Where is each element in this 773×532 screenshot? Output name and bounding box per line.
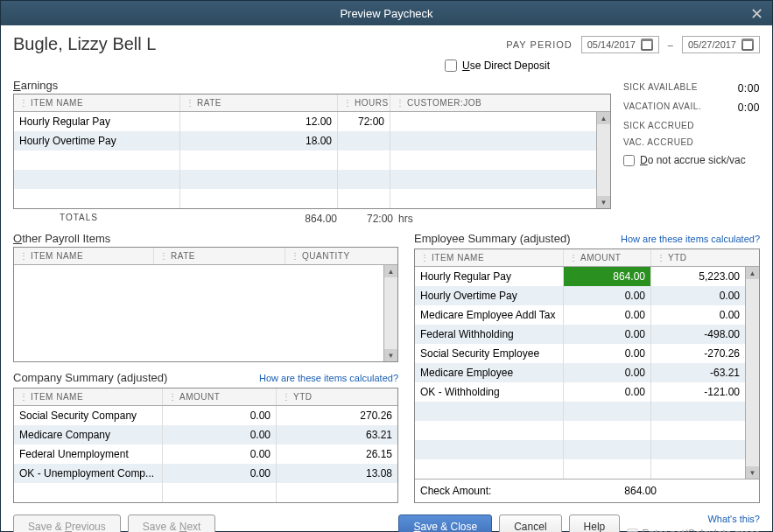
- check-amount-label: Check Amount:: [420, 485, 569, 497]
- pay-period-to[interactable]: 05/27/2017: [682, 36, 760, 53]
- pay-period: PAY PERIOD 05/14/2017 – 05/27/2017: [506, 36, 760, 53]
- employee-summary-label: Employee Summary (adjusted): [414, 232, 570, 245]
- table-row[interactable]: Federal Withholding0.00-498.00: [415, 325, 745, 344]
- table-row[interactable]: Medicare Employee Addl Tax0.000.00: [415, 305, 745, 325]
- scroll-up-icon[interactable]: ▲: [597, 112, 610, 124]
- earnings-label: Earnings: [13, 79, 611, 92]
- total-hours: 72:00: [337, 213, 398, 225]
- save-close-button[interactable]: Save & Close: [398, 514, 492, 532]
- close-icon[interactable]: ✕: [750, 4, 763, 24]
- other-payroll-grid: ⋮ITEM NAME ⋮RATE ⋮QUANTITY ▲ ▼: [13, 247, 398, 362]
- table-row[interactable]: Medicare Company0.0063.21: [14, 425, 397, 444]
- table-row[interactable]: OK - Withholding0.00-121.00: [415, 382, 745, 402]
- company-summary-grid: ⋮ITEM NAME ⋮AMOUNT ⋮YTD Social Security …: [13, 388, 398, 503]
- employee-summary-grid: ⋮ITEM NAME ⋮AMOUNT ⋮YTD Hourly Regular P…: [414, 248, 760, 503]
- earnings-body[interactable]: Hourly Regular Pay12.0072:00Hourly Overt…: [14, 112, 596, 208]
- company-summary-label: Company Summary (adjusted): [13, 371, 167, 384]
- col-item: ⋮ITEM NAME: [14, 94, 180, 111]
- employee-summary-body[interactable]: Hourly Regular Pay864.005,223.00Hourly O…: [415, 267, 745, 479]
- window-title: Preview Paycheck: [340, 7, 432, 20]
- earnings-grid: ⋮ITEM NAME ⋮RATE ⋮HOURS ⋮CUSTOMER:JOB Ho…: [13, 94, 611, 209]
- save-next-button[interactable]: Save & Next: [128, 514, 216, 532]
- col-hours: ⋮HOURS: [338, 94, 390, 111]
- scroll-up-icon[interactable]: ▲: [746, 267, 759, 279]
- scrollbar[interactable]: ▲ ▼: [745, 267, 759, 479]
- pay-period-label: PAY PERIOD: [506, 39, 572, 50]
- calendar-icon[interactable]: [741, 38, 754, 51]
- company-summary-body[interactable]: Social Security Company0.00270.26Medicar…: [14, 406, 397, 502]
- table-row[interactable]: Federal Unemployment0.0026.15: [14, 444, 397, 464]
- scrollbar[interactable]: ▲ ▼: [596, 112, 610, 208]
- table-row[interactable]: [415, 440, 745, 459]
- table-row[interactable]: Medicare Employee0.00-63.21: [415, 363, 745, 382]
- help-button[interactable]: Help: [569, 514, 621, 532]
- hrs-label: hrs: [398, 213, 413, 225]
- col-customer: ⋮CUSTOMER:JOB: [390, 94, 610, 111]
- table-row[interactable]: Hourly Overtime Pay0.000.00: [415, 286, 745, 305]
- table-row[interactable]: [415, 459, 745, 479]
- table-row[interactable]: [14, 150, 596, 170]
- sick-vacation-panel: SICK AVAILABLE0:00 VACATION AVAIL.0:00 S…: [611, 79, 760, 232]
- table-row[interactable]: Hourly Regular Pay864.005,223.00: [415, 267, 745, 286]
- calendar-icon[interactable]: [641, 38, 653, 51]
- scroll-down-icon[interactable]: ▼: [384, 349, 397, 361]
- col-rate: ⋮RATE: [180, 94, 338, 111]
- pay-period-from[interactable]: 05/14/2017: [581, 36, 659, 53]
- use-direct-deposit-checkbox[interactable]: Use Direct Deposit: [445, 60, 550, 72]
- employee-name: Bugle, Lizzy Bell L: [13, 34, 156, 54]
- table-row[interactable]: Social Security Company0.00270.26: [14, 406, 397, 425]
- scroll-down-icon[interactable]: ▼: [746, 466, 759, 479]
- company-calc-link[interactable]: How are these items calculated?: [259, 373, 398, 383]
- scroll-up-icon[interactable]: ▲: [384, 265, 397, 277]
- scroll-down-icon[interactable]: ▼: [597, 196, 610, 208]
- scrollbar[interactable]: ▲ ▼: [383, 265, 397, 361]
- table-row[interactable]: [14, 483, 397, 502]
- table-row[interactable]: Social Security Employee0.00-270.26: [415, 344, 745, 363]
- table-row[interactable]: Hourly Regular Pay12.0072:00: [14, 112, 596, 131]
- table-row[interactable]: Hourly Overtime Pay18.00: [14, 131, 596, 150]
- enter-net-checkbox[interactable]: Enter net/Calculate gross: [627, 528, 760, 532]
- employee-calc-link[interactable]: How are these items calculated?: [621, 234, 760, 244]
- table-row[interactable]: [415, 402, 745, 421]
- table-row[interactable]: [14, 170, 596, 189]
- table-row[interactable]: OK - Unemployment Comp...0.0013.08: [14, 464, 397, 483]
- whats-this-link[interactable]: What's this?: [707, 514, 760, 524]
- totals-label: TOTALS: [13, 213, 144, 225]
- total-amount: 864.00: [144, 213, 337, 225]
- table-row[interactable]: [14, 189, 596, 208]
- cancel-button[interactable]: Cancel: [499, 514, 561, 532]
- other-payroll-label: Other Payroll Items: [13, 232, 398, 245]
- titlebar: Preview Paycheck ✕: [1, 1, 772, 25]
- other-payroll-body[interactable]: [14, 265, 383, 361]
- save-previous-button[interactable]: Save & Previous: [13, 514, 121, 532]
- check-amount-value: 864.00: [569, 485, 657, 497]
- table-row[interactable]: [415, 421, 745, 440]
- do-not-accrue-checkbox[interactable]: Do not accrue sick/vac: [623, 154, 760, 166]
